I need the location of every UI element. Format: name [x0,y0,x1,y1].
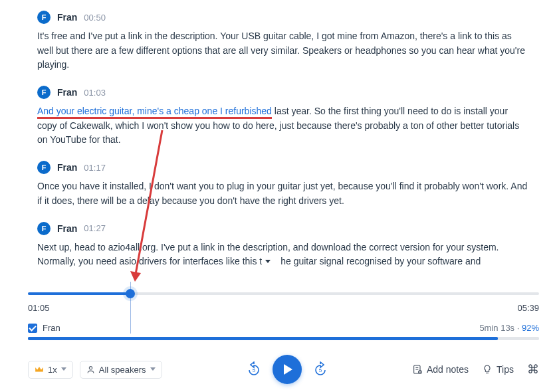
speaker-row-name[interactable]: Fran [43,323,60,333]
chevron-down-icon [61,367,66,372]
timestamp[interactable]: 01:17 [84,163,106,173]
timeline[interactable]: 01:05 05:39 [28,288,539,315]
chevron-down-icon [150,367,156,372]
speaker-name: Fran [57,223,77,234]
transcript-entry[interactable]: F Fran 01:17 Once you have it installed,… [37,161,530,208]
transcript-entry[interactable]: F Fran 01:27 Next up, head to azio4all.o… [37,222,530,269]
controls-left: 1x All speakers [28,361,162,379]
add-notes-button[interactable]: Add notes [412,364,469,375]
entry-header: F Fran 01:27 [37,222,530,235]
timestamp[interactable]: 01:03 [84,88,106,98]
transcript-pane: F Fran 00:50 It's free and I've put a li… [0,0,559,286]
note-icon [412,364,423,375]
skip-back-button[interactable]: 5 [245,360,263,379]
timestamp[interactable]: 01:27 [84,223,106,233]
playhead[interactable] [126,289,135,298]
entry-text[interactable]: And your electric guitar, mine's a cheap… [37,104,530,147]
entry-header: F Fran 01:03 [37,86,530,99]
tips-label: Tips [497,364,514,375]
speed-button[interactable]: 1x [28,361,73,379]
avatar: F [37,11,51,24]
play-icon [284,364,292,375]
stat-sep: · [514,323,522,333]
avatar: F [37,86,51,99]
entry-text[interactable]: It's free and I've put a link in the des… [37,29,530,72]
keyboard-shortcuts-button[interactable]: ⌘ [527,362,539,377]
transcript-entry[interactable]: F Fran 01:03 And your electric guitar, m… [37,86,530,147]
speaker-stats: 5min 13s · 92% [479,323,539,333]
person-icon [86,365,95,374]
total-time: 05:39 [517,303,539,313]
speed-label: 1x [48,365,57,375]
svg-text:5: 5 [253,367,256,373]
highlighted-segment[interactable]: And your electric guitar, mine's a cheap… [37,106,272,119]
speaker-name: Fran [57,12,77,23]
skip-forward-button[interactable]: 5 [311,360,330,379]
controls-center: 5 5 [245,355,330,384]
lightbulb-icon [482,364,493,375]
play-button[interactable] [273,355,302,384]
speaker-name: Fran [57,87,77,98]
speaker-checkbox[interactable] [28,324,37,333]
speaker-bar[interactable] [28,337,539,340]
crown-icon [35,365,44,373]
speaker-name: Fran [57,162,77,173]
speakers-filter-label: All speakers [99,365,146,375]
command-icon: ⌘ [527,362,539,377]
tips-button[interactable]: Tips [482,364,514,375]
entry-text[interactable]: Once you have it installed, I don't want… [37,179,530,208]
current-time: 01:05 [28,303,50,313]
add-notes-label: Add notes [427,364,469,375]
speaker-percent: 92% [522,323,539,333]
svg-point-2 [89,366,92,369]
speakers-filter-button[interactable]: All speakers [80,361,162,379]
speaker-bar-fill [28,337,498,340]
entry-header: F Fran 01:17 [37,161,530,174]
entry-text[interactable]: Next up, head to azio4all.org. I've put … [37,241,530,269]
controls-right: Add notes Tips ⌘ [412,362,539,377]
chevron-down-icon[interactable] [263,257,273,266]
speaker-row: Fran 5min 13s · 92% [28,323,539,333]
avatar: F [37,161,51,174]
controls-row: 1x All speakers 5 5 [28,355,539,384]
player-bar: 01:05 05:39 Fran 5min 13s · 92% 1x [0,284,559,392]
timestamp[interactable]: 00:50 [84,13,106,23]
avatar: F [37,222,51,235]
transcript-entry[interactable]: F Fran 00:50 It's free and I've put a li… [37,11,530,72]
entry-text-post[interactable]: he guitar signal recognised by your soft… [280,256,481,266]
speaker-duration: 5min 13s [479,323,514,333]
timeline-progress [28,292,130,295]
svg-text:5: 5 [319,367,322,373]
entry-header: F Fran 00:50 [37,11,530,24]
